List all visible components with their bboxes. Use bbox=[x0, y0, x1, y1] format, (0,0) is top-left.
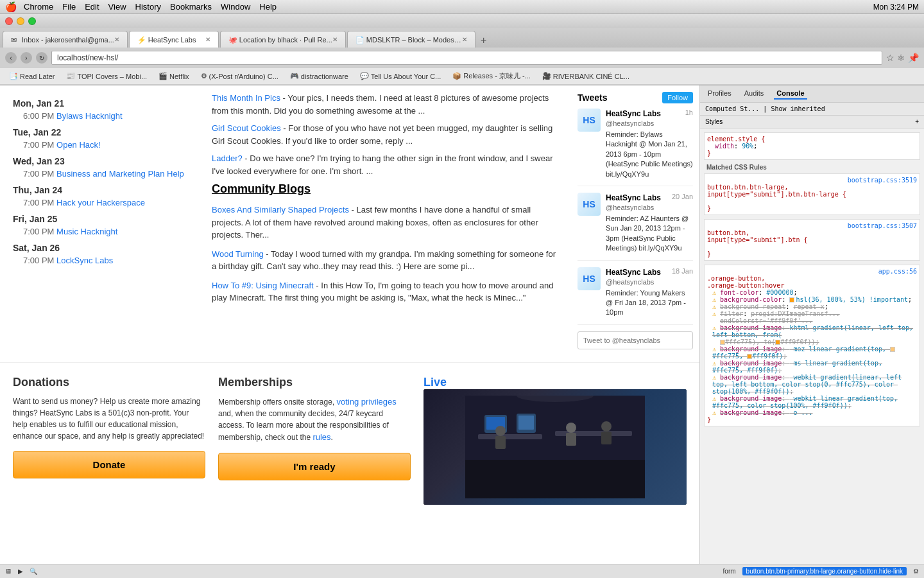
menubar-view[interactable]: View bbox=[108, 2, 126, 12]
rule-source-3[interactable]: app.css:56 bbox=[878, 268, 917, 275]
tab-gmail[interactable]: ✉ Inbox - jakerosenthal@gma... ✕ bbox=[3, 31, 128, 48]
calendar-day-2: Tue, Jan 22 bbox=[13, 127, 186, 137]
forward-btn[interactable]: › bbox=[21, 52, 32, 64]
post-link-girl-scout[interactable]: Girl Scout Cookies bbox=[212, 123, 281, 133]
bookmark-read-later[interactable]: 📑 Read Later bbox=[4, 71, 60, 82]
bookmark-distractionware[interactable]: 🎮 distractionware bbox=[285, 71, 354, 82]
bookmark-netflix[interactable]: 🎬 Netflix bbox=[153, 71, 194, 82]
bookmark-riverbank[interactable]: 🎥 RIVERBANK CINÉ CL... bbox=[537, 71, 635, 82]
tab-favicon-mdslktr: 📄 bbox=[355, 36, 363, 44]
tweet-3: HS HeatSync Labs @heatsynclabs 18 Jan Re… bbox=[578, 267, 693, 325]
devtools-tab-audits[interactable]: Audits bbox=[742, 88, 767, 100]
post-link-how-to[interactable]: How To #9: Using Minecraft bbox=[212, 281, 314, 290]
tweet-text-1: Reminder: Bylaws Hacknight @ Mon Jan 21,… bbox=[606, 130, 693, 179]
post-text-ladder: - Do we have one? I'm trying to hang the… bbox=[212, 153, 553, 176]
status-form-label: form bbox=[723, 568, 736, 575]
post-link-ladder[interactable]: Ladder? bbox=[212, 153, 243, 163]
follow-button[interactable]: Follow bbox=[662, 92, 693, 103]
back-btn[interactable]: ‹ bbox=[5, 52, 17, 64]
menubar-file[interactable]: File bbox=[62, 2, 76, 12]
calendar-event-3-1: 7:00 PM Business and Marketing Plan Help bbox=[23, 169, 186, 179]
window-close-btn[interactable] bbox=[5, 17, 13, 25]
tab-mdslktr[interactable]: 📄 MDSLKTR – Block – Modese... ✕ bbox=[347, 31, 475, 48]
menubar-history[interactable]: History bbox=[135, 2, 161, 12]
status-gear-icon[interactable]: ⚙ bbox=[913, 568, 919, 575]
page-content: Mon, Jan 21 6:00 PM Bylaws Hacknight Tue… bbox=[0, 85, 699, 505]
show-inherited-label[interactable]: Show inherited bbox=[771, 105, 825, 112]
bookmark-releases[interactable]: 📦 Releases - 京味儿 -... bbox=[447, 70, 536, 82]
tweet-time-2: 20 Jan bbox=[672, 193, 693, 212]
tab-close-mdslktr[interactable]: ✕ bbox=[462, 36, 467, 43]
tab-close-gmail[interactable]: ✕ bbox=[114, 36, 119, 43]
status-highlight-text: button.btn.btn-primary.btn-large.orange-… bbox=[742, 567, 907, 575]
event-link-3-1[interactable]: Business and Marketing Plan Help bbox=[56, 169, 184, 179]
window-max-btn[interactable] bbox=[28, 17, 36, 25]
computed-styles-label[interactable]: Computed St... bbox=[705, 105, 759, 112]
window-min-btn[interactable] bbox=[17, 17, 24, 25]
tweet-reply-input[interactable] bbox=[578, 331, 693, 349]
chrome-addressbar: ‹ › ↻ ☆ ⚛ 📌 bbox=[0, 48, 924, 68]
tweet-text-3: Reminder: Young Makers @ Fri Jan 18, 201… bbox=[606, 288, 693, 318]
extension-icon-1[interactable]: ⚛ bbox=[897, 53, 905, 63]
menubar-chrome[interactable]: Chrome bbox=[24, 2, 53, 12]
event-link-1-1[interactable]: Bylaws Hacknight bbox=[56, 111, 123, 121]
calendar-event-5-1: 7:00 PM Music Hacknight bbox=[23, 227, 186, 236]
devtools-tab-profiles[interactable]: Profiles bbox=[705, 88, 734, 100]
tab-heatsync[interactable]: ⚡ HeatSync Labs ✕ bbox=[129, 31, 219, 48]
bookmark-tell-us[interactable]: 💬 Tell Us About Your C... bbox=[355, 71, 446, 82]
tweet-name-2: HeatSync Labs bbox=[606, 193, 661, 202]
tab-location[interactable]: 🐙 Location by blhack · Pull Re... ✕ bbox=[220, 31, 346, 48]
css-rule-2: bootstrap.css:3507 button.btn, input[typ… bbox=[704, 219, 920, 261]
memberships-section: Memberships Membership offers onsite sto… bbox=[218, 376, 411, 505]
event-time-4: 7:00 PM bbox=[23, 198, 54, 207]
reload-btn[interactable]: ↻ bbox=[36, 52, 47, 64]
tweet-avatar-1: HS bbox=[578, 109, 601, 132]
post-link-wood-turning[interactable]: Wood Turning bbox=[212, 249, 264, 259]
voting-privileges-link[interactable]: voting privileges bbox=[337, 397, 397, 407]
extension-icon-2[interactable]: 📌 bbox=[908, 53, 919, 63]
svg-rect-12 bbox=[601, 432, 612, 444]
calendar-event-1-1: 6:00 PM Bylaws Hacknight bbox=[23, 111, 186, 121]
tab-close-heatsync[interactable]: ✕ bbox=[205, 36, 210, 43]
tweet-avatar-3: HS bbox=[578, 267, 601, 290]
new-tab-btn[interactable]: + bbox=[477, 33, 491, 48]
post-ladder: Ladder? - Do we have one? I'm trying to … bbox=[212, 152, 558, 177]
styles-tab-label[interactable]: Styles bbox=[705, 118, 723, 125]
event-time: 6:00 PM bbox=[23, 111, 54, 121]
post-girl-scout: Girl Scout Cookies - For those of you wh… bbox=[212, 122, 558, 147]
new-rule-btn[interactable]: + bbox=[915, 118, 919, 125]
post-link-boxes[interactable]: Boxes And Similarly Shaped Projects bbox=[212, 205, 349, 215]
tab-favicon-location: 🐙 bbox=[228, 36, 236, 44]
rules-link[interactable]: rules bbox=[312, 432, 330, 442]
menubar-help[interactable]: Help bbox=[259, 2, 277, 12]
menubar-edit[interactable]: Edit bbox=[85, 2, 99, 12]
live-image bbox=[424, 389, 687, 505]
memberships-text: Membership offers onsite storage, voting… bbox=[218, 396, 411, 444]
bookmark-star-icon[interactable]: ☆ bbox=[886, 53, 894, 63]
menubar-window[interactable]: Window bbox=[221, 2, 250, 12]
event-link-2-1[interactable]: Open Hack! bbox=[56, 140, 101, 150]
event-link-4-1[interactable]: Hack your Hackerspace bbox=[56, 198, 145, 207]
event-link-5-1[interactable]: Music Hacknight bbox=[56, 227, 117, 236]
donate-button[interactable]: Donate bbox=[13, 451, 205, 478]
rule-source-1[interactable]: bootstrap.css:3519 bbox=[848, 177, 917, 184]
menubar-bookmarks[interactable]: Bookmarks bbox=[170, 2, 212, 12]
rule-source-2[interactable]: bootstrap.css:3507 bbox=[848, 222, 917, 229]
right-sidebar: Tweets Follow HS HeatSync Labs @heatsync… bbox=[571, 92, 699, 349]
bookmark-topi[interactable]: 📰 TOPI Covers – Mobi... bbox=[61, 71, 152, 82]
live-heading-link[interactable]: Live bbox=[424, 376, 447, 389]
event-time-3: 7:00 PM bbox=[23, 169, 54, 179]
post-link-this-month[interactable]: This Month In Pics bbox=[212, 93, 280, 103]
bookmark-arduino[interactable]: ⚙ (X-Post r/Arduino) C... bbox=[196, 71, 284, 82]
apple-menu[interactable]: 🍎 bbox=[5, 1, 17, 13]
tab-close-location[interactable]: ✕ bbox=[332, 36, 338, 43]
address-bar[interactable] bbox=[51, 51, 882, 65]
im-ready-button[interactable]: I'm ready bbox=[218, 453, 411, 480]
devtools-tab-console[interactable]: Console bbox=[774, 88, 807, 100]
bottom-sections: Donations Want to send us money? Help us… bbox=[0, 362, 699, 505]
event-time-6: 7:00 PM bbox=[23, 256, 54, 265]
event-link-6-1[interactable]: LockSync Labs bbox=[56, 256, 113, 265]
devtools-computed-bar: Computed St... | Show inherited bbox=[700, 103, 924, 116]
donations-section: Donations Want to send us money? Help us… bbox=[13, 376, 205, 505]
svg-point-11 bbox=[601, 421, 612, 432]
